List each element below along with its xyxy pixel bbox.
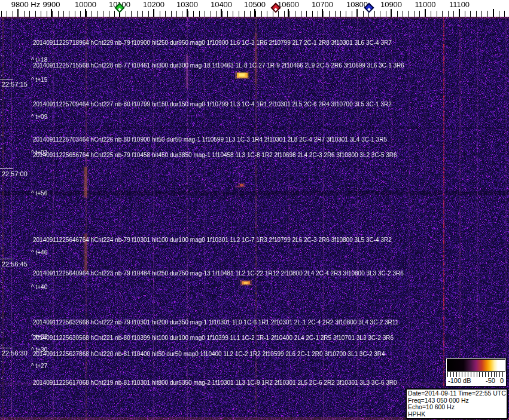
db-label-max: 0 (500, 377, 504, 384)
frequency-label: 10400 (211, 0, 232, 9)
frequency-ruler: 9800 Hz990010000101001020010300104001050… (0, 0, 509, 17)
db-label-mid: -50 (486, 377, 495, 384)
ruler-major-tick (187, 9, 188, 17)
frequency-label: 10000 (75, 0, 96, 9)
ruler-major-tick (17, 9, 19, 17)
marker-center-dot (118, 8, 121, 11)
ruler-major-tick (288, 9, 289, 17)
ruler-major-tick (391, 9, 392, 17)
db-tick-comb (447, 372, 505, 377)
db-colorbar (447, 359, 505, 372)
frequency-label: 10500 (244, 0, 266, 9)
frequency-label: 10900 (380, 0, 402, 9)
ruler-major-tick (322, 9, 323, 17)
spectrogram-canvas (0, 17, 509, 420)
ruler-major-tick (221, 9, 222, 17)
frequency-label: 10700 (312, 0, 333, 9)
marker-center-dot (274, 8, 278, 11)
ruler-major-tick (356, 9, 358, 17)
frequency-label: 10300 (176, 0, 198, 9)
ruler-major-tick (85, 9, 86, 17)
ruler-major-tick (254, 9, 255, 17)
frequency-label: 9900 (43, 0, 60, 9)
info-station-code: HPHK (408, 411, 505, 418)
db-scale-legend: -100 dB -50 0 (446, 358, 507, 387)
frequency-label: 11000 (414, 0, 435, 9)
frequency-label: 10200 (143, 0, 164, 9)
spectrogram-app: 9800 Hz990010000101001020010300104001050… (0, 0, 509, 420)
observation-info-box: Date=2014-09-11 Time=22:55 UTC Freq=143 … (406, 388, 508, 419)
ruler-major-tick (459, 9, 460, 17)
marker-center-dot (367, 8, 371, 11)
frequency-label: 9800 Hz (11, 0, 40, 9)
ruler-major-tick (493, 9, 494, 17)
info-echo-frequency: Echo=10 600 Hz (408, 404, 505, 411)
db-label-min: -100 dB (448, 377, 471, 384)
info-date-time: Date=2014-09-11 Time=22:55 UTC (408, 390, 505, 397)
ruler-major-tick (153, 9, 154, 17)
frequency-label: 11100 (449, 0, 470, 9)
ruler-major-tick (51, 9, 52, 17)
ruler-major-tick (425, 9, 426, 17)
